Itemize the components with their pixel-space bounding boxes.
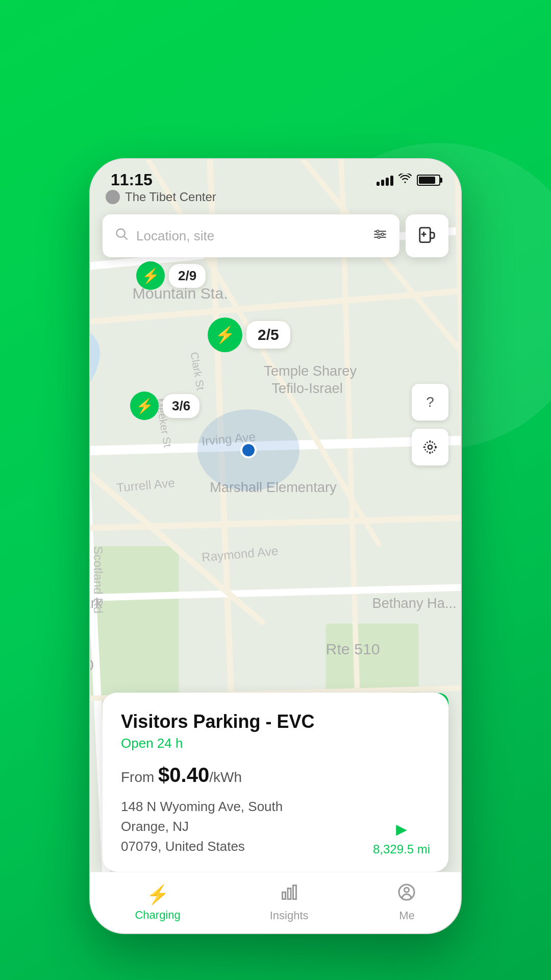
svg-point-43 xyxy=(377,230,379,233)
charger-marker-1[interactable]: ⚡ 2/9 xyxy=(136,261,206,290)
battery-icon xyxy=(417,175,440,186)
search-container: Location, site xyxy=(103,214,448,257)
status-bar: 11:15 xyxy=(90,159,461,194)
charger-label-3: 3/6 xyxy=(163,394,199,418)
charger-icon-1: ⚡ xyxy=(136,261,165,290)
svg-text:Rte 510: Rte 510 xyxy=(326,641,380,657)
locate-button[interactable] xyxy=(412,429,448,465)
charger-label-1: 2/9 xyxy=(169,264,206,288)
svg-point-38 xyxy=(117,229,125,237)
svg-point-44 xyxy=(381,233,384,236)
status-icons xyxy=(377,174,440,187)
svg-point-53 xyxy=(405,888,409,892)
station-address-row: 148 N Wyoming Ave, South Orange, NJ 0707… xyxy=(121,797,430,856)
charger-icon-2: ⚡ xyxy=(208,317,242,352)
svg-point-45 xyxy=(378,236,380,239)
location-name: The Tibet Center xyxy=(125,190,216,204)
filter-icon[interactable] xyxy=(373,229,387,243)
station-price-unit: /kWh xyxy=(209,769,242,785)
insights-nav-icon xyxy=(280,883,298,906)
location-bar: The Tibet Center xyxy=(106,190,216,204)
charging-nav-label: Charging xyxy=(135,909,180,922)
svg-point-30 xyxy=(428,445,432,449)
charger-marker-3[interactable]: ⚡ 3/6 xyxy=(130,391,199,420)
station-address: 148 N Wyoming Ave, South Orange, NJ 0707… xyxy=(121,797,331,856)
svg-rect-46 xyxy=(420,228,431,242)
phone-mockup: Mountain Sta. Temple Sharey Tefilo-Israe… xyxy=(89,158,462,934)
wifi-icon xyxy=(398,174,412,187)
help-button[interactable]: ? xyxy=(412,384,448,421)
svg-line-39 xyxy=(124,236,128,239)
svg-rect-51 xyxy=(293,886,296,899)
charging-nav-icon: ⚡ xyxy=(146,884,169,905)
svg-text:Temple Sharey: Temple Sharey xyxy=(264,363,357,379)
svg-text:Rte 510: Rte 510 xyxy=(90,656,94,673)
station-name: Visitors Parking - EVC xyxy=(121,711,430,732)
charger-label-2: 2/5 xyxy=(246,321,290,349)
station-distance[interactable]: ► 8,329.5 mi xyxy=(373,819,430,856)
nav-insights[interactable]: Insights xyxy=(270,883,309,922)
svg-rect-49 xyxy=(282,892,285,899)
location-dot xyxy=(106,190,120,204)
signal-icon xyxy=(377,175,393,186)
svg-text:Scotland Rd: Scotland Rd xyxy=(91,546,105,614)
search-icon xyxy=(115,227,129,245)
station-status: Open 24 h xyxy=(121,736,430,751)
navigate-icon: ► xyxy=(392,819,411,840)
station-price: From $0.40/kWh xyxy=(121,764,430,787)
charger-icon-3: ⚡ xyxy=(130,391,159,420)
phone-frame: Mountain Sta. Temple Sharey Tefilo-Israe… xyxy=(89,158,462,934)
station-price-value: $0.40 xyxy=(158,764,209,786)
distance-value: 8,329.5 mi xyxy=(373,842,430,856)
svg-text:Bethany Ha...: Bethany Ha... xyxy=(372,595,457,611)
search-placeholder: Location, site xyxy=(136,228,366,244)
user-dot xyxy=(240,442,257,458)
me-nav-label: Me xyxy=(399,909,415,922)
charger-marker-2[interactable]: ⚡ 2/5 xyxy=(208,317,290,352)
nav-charging[interactable]: ⚡ Charging xyxy=(135,884,180,922)
station-card[interactable]: Visitors Parking - EVC Open 24 h From $0… xyxy=(103,693,448,872)
me-nav-icon xyxy=(397,883,416,906)
status-time: 11:15 xyxy=(111,170,153,189)
ev-station-button[interactable] xyxy=(406,214,448,257)
svg-rect-50 xyxy=(288,889,291,899)
insights-nav-label: Insights xyxy=(270,909,309,922)
svg-point-31 xyxy=(424,442,435,452)
search-bar[interactable]: Location, site xyxy=(103,214,399,257)
nav-me[interactable]: Me xyxy=(397,883,416,922)
svg-text:Tefilo-Israel: Tefilo-Israel xyxy=(271,380,342,396)
bottom-navigation: ⚡ Charging Insights xyxy=(90,872,461,933)
